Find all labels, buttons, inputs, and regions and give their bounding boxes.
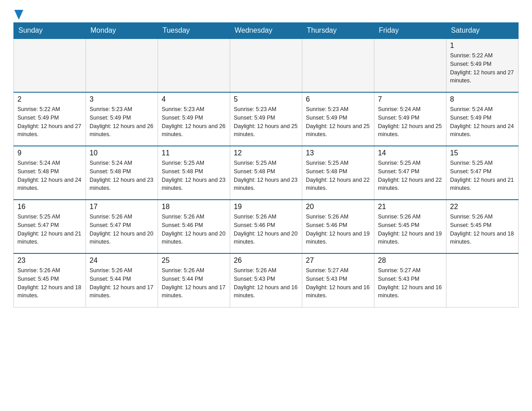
day-number: 19 <box>234 203 298 211</box>
svg-marker-0 <box>14 10 23 20</box>
day-info: Sunrise: 5:23 AMSunset: 5:49 PMDaylight:… <box>234 105 298 139</box>
day-info: Sunrise: 5:26 AMSunset: 5:47 PMDaylight:… <box>90 213 154 246</box>
column-header-saturday: Saturday <box>446 23 519 39</box>
day-info: Sunrise: 5:24 AMSunset: 5:49 PMDaylight:… <box>378 105 442 139</box>
calendar-cell: 1Sunrise: 5:22 AMSunset: 5:49 PMDaylight… <box>446 39 519 92</box>
day-number: 5 <box>234 95 298 103</box>
day-number: 24 <box>90 257 154 265</box>
calendar-cell: 23Sunrise: 5:26 AMSunset: 5:45 PMDayligh… <box>14 253 86 307</box>
calendar-cell: 3Sunrise: 5:23 AMSunset: 5:49 PMDaylight… <box>86 92 158 146</box>
day-info: Sunrise: 5:25 AMSunset: 5:47 PMDaylight:… <box>378 159 442 193</box>
day-number: 23 <box>17 257 82 265</box>
day-number: 9 <box>17 149 82 157</box>
day-info: Sunrise: 5:26 AMSunset: 5:46 PMDaylight:… <box>162 213 226 246</box>
day-info: Sunrise: 5:22 AMSunset: 5:49 PMDaylight:… <box>17 105 82 139</box>
day-number: 15 <box>450 149 515 157</box>
calendar-cell: 9Sunrise: 5:24 AMSunset: 5:48 PMDaylight… <box>14 146 86 200</box>
day-number: 8 <box>450 95 515 103</box>
calendar-cell: 13Sunrise: 5:25 AMSunset: 5:48 PMDayligh… <box>302 146 374 200</box>
day-info: Sunrise: 5:26 AMSunset: 5:46 PMDaylight:… <box>234 213 298 246</box>
day-info: Sunrise: 5:25 AMSunset: 5:47 PMDaylight:… <box>17 213 82 246</box>
day-info: Sunrise: 5:22 AMSunset: 5:49 PMDaylight:… <box>450 51 515 85</box>
calendar-cell: 10Sunrise: 5:24 AMSunset: 5:48 PMDayligh… <box>86 146 158 200</box>
calendar-cell <box>14 39 86 92</box>
calendar-cell <box>86 39 158 92</box>
calendar-cell: 5Sunrise: 5:23 AMSunset: 5:49 PMDaylight… <box>230 92 302 146</box>
calendar-cell: 28Sunrise: 5:27 AMSunset: 5:43 PMDayligh… <box>374 253 446 307</box>
day-number: 11 <box>162 149 226 157</box>
day-info: Sunrise: 5:23 AMSunset: 5:49 PMDaylight:… <box>162 105 226 139</box>
day-number: 7 <box>378 95 442 103</box>
calendar-week-2: 2Sunrise: 5:22 AMSunset: 5:49 PMDaylight… <box>14 92 519 146</box>
day-number: 18 <box>162 203 226 211</box>
day-number: 22 <box>450 203 515 211</box>
calendar-cell: 19Sunrise: 5:26 AMSunset: 5:46 PMDayligh… <box>230 200 302 253</box>
column-header-tuesday: Tuesday <box>158 23 230 39</box>
day-info: Sunrise: 5:26 AMSunset: 5:43 PMDaylight:… <box>234 266 298 300</box>
day-info: Sunrise: 5:24 AMSunset: 5:48 PMDaylight:… <box>90 159 154 193</box>
calendar-cell: 17Sunrise: 5:26 AMSunset: 5:47 PMDayligh… <box>86 200 158 253</box>
day-number: 27 <box>306 257 370 265</box>
day-info: Sunrise: 5:24 AMSunset: 5:48 PMDaylight:… <box>17 159 82 193</box>
calendar-cell: 26Sunrise: 5:26 AMSunset: 5:43 PMDayligh… <box>230 253 302 307</box>
day-number: 20 <box>306 203 370 211</box>
day-info: Sunrise: 5:23 AMSunset: 5:49 PMDaylight:… <box>306 105 370 139</box>
day-number: 13 <box>306 149 370 157</box>
calendar-cell: 27Sunrise: 5:27 AMSunset: 5:43 PMDayligh… <box>302 253 374 307</box>
calendar-cell: 2Sunrise: 5:22 AMSunset: 5:49 PMDaylight… <box>14 92 86 146</box>
calendar-cell: 7Sunrise: 5:24 AMSunset: 5:49 PMDaylight… <box>374 92 446 146</box>
day-info: Sunrise: 5:25 AMSunset: 5:48 PMDaylight:… <box>306 159 370 193</box>
calendar-cell: 8Sunrise: 5:24 AMSunset: 5:49 PMDaylight… <box>446 92 519 146</box>
day-info: Sunrise: 5:26 AMSunset: 5:46 PMDaylight:… <box>306 213 370 246</box>
calendar-header-row: SundayMondayTuesdayWednesdayThursdayFrid… <box>14 23 519 39</box>
calendar-cell: 14Sunrise: 5:25 AMSunset: 5:47 PMDayligh… <box>374 146 446 200</box>
calendar-cell: 16Sunrise: 5:25 AMSunset: 5:47 PMDayligh… <box>14 200 86 253</box>
calendar-week-3: 9Sunrise: 5:24 AMSunset: 5:48 PMDaylight… <box>14 146 519 200</box>
column-header-friday: Friday <box>374 23 446 39</box>
day-number: 14 <box>378 149 442 157</box>
calendar-cell: 20Sunrise: 5:26 AMSunset: 5:46 PMDayligh… <box>302 200 374 253</box>
calendar-cell: 15Sunrise: 5:25 AMSunset: 5:47 PMDayligh… <box>446 146 519 200</box>
day-number: 25 <box>162 257 226 265</box>
day-info: Sunrise: 5:27 AMSunset: 5:43 PMDaylight:… <box>378 266 442 300</box>
day-info: Sunrise: 5:26 AMSunset: 5:45 PMDaylight:… <box>378 213 442 246</box>
day-number: 1 <box>450 42 515 50</box>
day-number: 16 <box>17 203 82 211</box>
calendar-cell: 21Sunrise: 5:26 AMSunset: 5:45 PMDayligh… <box>374 200 446 253</box>
calendar-cell <box>374 39 446 92</box>
logo <box>13 9 23 18</box>
calendar-cell <box>158 39 230 92</box>
day-info: Sunrise: 5:25 AMSunset: 5:47 PMDaylight:… <box>450 159 515 193</box>
day-info: Sunrise: 5:26 AMSunset: 5:44 PMDaylight:… <box>162 266 226 300</box>
calendar-cell: 25Sunrise: 5:26 AMSunset: 5:44 PMDayligh… <box>158 253 230 307</box>
calendar-week-1: 1Sunrise: 5:22 AMSunset: 5:49 PMDaylight… <box>14 39 519 92</box>
calendar-cell: 6Sunrise: 5:23 AMSunset: 5:49 PMDaylight… <box>302 92 374 146</box>
calendar-cell <box>230 39 302 92</box>
calendar-cell <box>446 253 519 307</box>
calendar-cell: 11Sunrise: 5:25 AMSunset: 5:48 PMDayligh… <box>158 146 230 200</box>
day-info: Sunrise: 5:24 AMSunset: 5:49 PMDaylight:… <box>450 105 515 139</box>
day-number: 21 <box>378 203 442 211</box>
calendar-cell: 4Sunrise: 5:23 AMSunset: 5:49 PMDaylight… <box>158 92 230 146</box>
day-info: Sunrise: 5:27 AMSunset: 5:43 PMDaylight:… <box>306 266 370 300</box>
calendar-cell <box>302 39 374 92</box>
calendar-cell: 12Sunrise: 5:25 AMSunset: 5:48 PMDayligh… <box>230 146 302 200</box>
calendar-week-5: 23Sunrise: 5:26 AMSunset: 5:45 PMDayligh… <box>14 253 519 307</box>
day-number: 17 <box>90 203 154 211</box>
calendar-cell: 18Sunrise: 5:26 AMSunset: 5:46 PMDayligh… <box>158 200 230 253</box>
day-number: 12 <box>234 149 298 157</box>
calendar-table: SundayMondayTuesdayWednesdayThursdayFrid… <box>13 22 519 308</box>
day-number: 28 <box>378 257 442 265</box>
day-number: 10 <box>90 149 154 157</box>
day-number: 6 <box>306 95 370 103</box>
column-header-wednesday: Wednesday <box>230 23 302 39</box>
page-header <box>13 9 519 18</box>
calendar-cell: 24Sunrise: 5:26 AMSunset: 5:44 PMDayligh… <box>86 253 158 307</box>
column-header-sunday: Sunday <box>14 23 86 39</box>
day-info: Sunrise: 5:25 AMSunset: 5:48 PMDaylight:… <box>162 159 226 193</box>
day-info: Sunrise: 5:23 AMSunset: 5:49 PMDaylight:… <box>90 105 154 139</box>
day-number: 4 <box>162 95 226 103</box>
column-header-monday: Monday <box>86 23 158 39</box>
calendar-week-4: 16Sunrise: 5:25 AMSunset: 5:47 PMDayligh… <box>14 200 519 253</box>
day-info: Sunrise: 5:25 AMSunset: 5:48 PMDaylight:… <box>234 159 298 193</box>
